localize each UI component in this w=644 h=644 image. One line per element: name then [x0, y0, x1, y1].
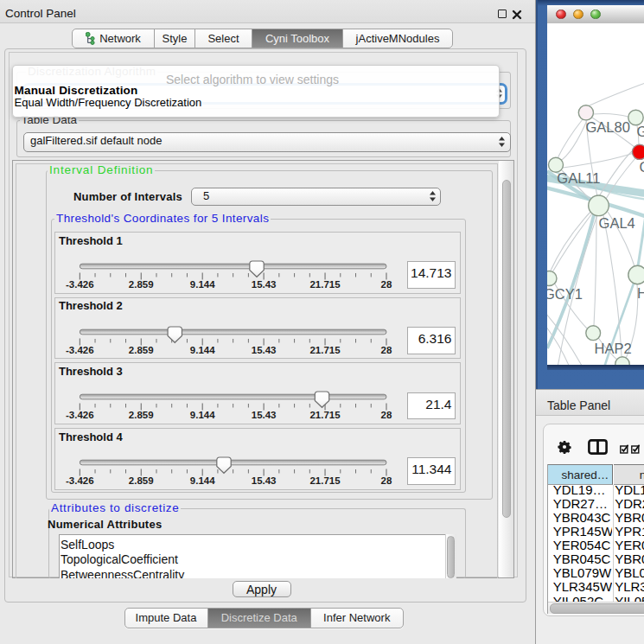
- svg-text:28: 28: [380, 344, 392, 354]
- svg-text:-3.426: -3.426: [66, 410, 94, 420]
- svg-text:9.144: 9.144: [189, 410, 214, 420]
- svg-text:15.43: 15.43: [251, 279, 276, 290]
- svg-text:-3.426: -3.426: [66, 279, 94, 290]
- svg-text:21.715: 21.715: [309, 279, 341, 290]
- svg-text:GCY1: GCY1: [547, 286, 583, 302]
- svg-text:9.144: 9.144: [189, 279, 214, 290]
- svg-text:GAL4: GAL4: [599, 215, 635, 231]
- svg-text:2.859: 2.859: [129, 344, 154, 354]
- svg-text:9.144: 9.144: [189, 475, 214, 486]
- svg-text:HAP2: HAP2: [595, 341, 632, 356]
- svg-text:15.43: 15.43: [251, 410, 276, 420]
- svg-text:21.715: 21.715: [309, 410, 341, 420]
- svg-text:2.859: 2.859: [129, 279, 154, 290]
- svg-text:21.715: 21.715: [309, 344, 341, 354]
- svg-text:2.859: 2.859: [129, 410, 154, 420]
- svg-text:15.43: 15.43: [251, 475, 276, 486]
- svg-text:C: C: [640, 159, 644, 175]
- svg-text:-3.426: -3.426: [66, 344, 94, 354]
- svg-text:-3.426: -3.426: [66, 475, 94, 486]
- svg-text:GAL: GAL: [636, 124, 644, 139]
- svg-text:28: 28: [380, 475, 392, 486]
- svg-text:28: 28: [380, 410, 392, 420]
- svg-text:9.144: 9.144: [189, 344, 214, 354]
- svg-text:GAL11: GAL11: [557, 170, 600, 186]
- svg-text:21.715: 21.715: [309, 475, 341, 486]
- svg-text:GAL80: GAL80: [586, 119, 630, 135]
- svg-text:2.859: 2.859: [129, 475, 154, 486]
- svg-text:15.43: 15.43: [251, 344, 276, 354]
- svg-text:28: 28: [380, 279, 392, 290]
- svg-text:HIS: HIS: [637, 285, 644, 301]
